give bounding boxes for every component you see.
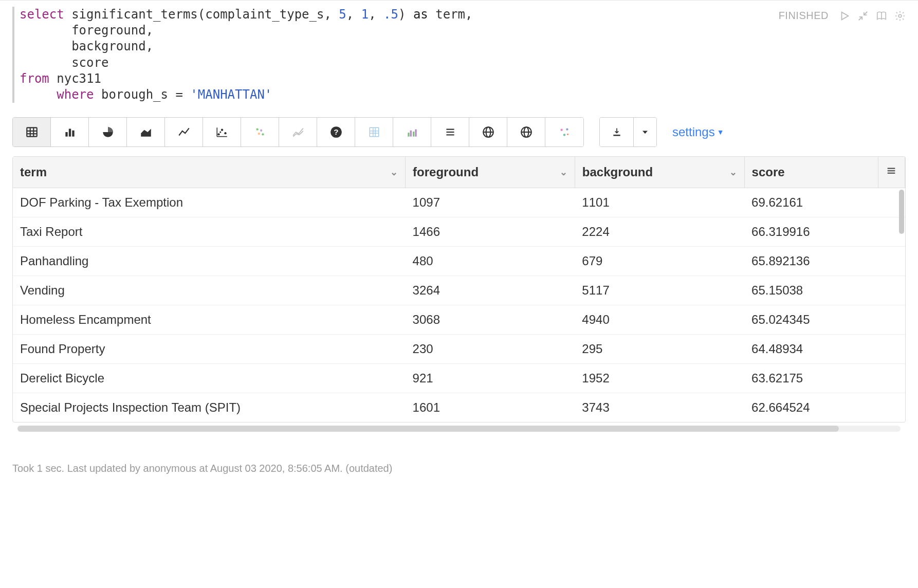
cell-term: Special Projects Inspection Team (SPIT) — [13, 393, 406, 422]
col-header-foreground[interactable]: foreground ⌄ — [406, 157, 575, 188]
svg-point-17 — [260, 130, 262, 132]
vertical-scrollbar[interactable] — [899, 190, 904, 234]
settings-label: settings — [672, 125, 715, 139]
download-caret-button[interactable] — [634, 118, 656, 146]
footer-status: Took 1 sec. Last updated by anonymous at… — [12, 463, 906, 484]
table-row[interactable]: Derelict Bicycle921195263.62175 — [13, 364, 905, 393]
viz-stack-button[interactable] — [431, 118, 469, 146]
chevron-down-icon[interactable]: ⌄ — [390, 167, 398, 178]
notebook-cell: select significant_terms(complaint_type_… — [0, 0, 918, 490]
run-button[interactable] — [839, 10, 850, 22]
cell-term: Homeless Encampment — [13, 305, 406, 335]
keyword-from: from — [20, 71, 49, 86]
cell-header: select significant_terms(complaint_type_… — [12, 7, 906, 103]
horizontal-scrollbar[interactable] — [17, 426, 901, 432]
col-header-term[interactable]: term ⌄ — [13, 157, 406, 188]
svg-rect-22 — [370, 127, 378, 136]
svg-point-13 — [219, 132, 221, 133]
chevron-down-icon[interactable]: ⌄ — [560, 167, 567, 178]
col-label-background: background — [582, 165, 653, 179]
arg-num-3: .5 — [383, 7, 398, 22]
download-button[interactable] — [600, 118, 634, 146]
viz-table-button[interactable] — [13, 118, 51, 146]
col-label-term: term — [20, 165, 47, 179]
cell-foreground: 1601 — [406, 393, 575, 422]
svg-rect-48 — [888, 173, 895, 174]
viz-area-button[interactable] — [127, 118, 165, 146]
table-menu-button[interactable] — [878, 157, 905, 188]
cell-foreground: 230 — [406, 335, 575, 364]
table-name: nyc311 — [57, 71, 101, 86]
svg-rect-46 — [888, 168, 895, 169]
viz-heatmap-button[interactable] — [241, 118, 279, 146]
table-row[interactable]: Panhandling48067965.892136 — [13, 247, 905, 276]
keyword-as: as — [413, 7, 428, 22]
cell-background: 295 — [575, 335, 744, 364]
viz-help-button[interactable]: ? — [317, 118, 355, 146]
table-row[interactable]: Taxi Report1466222466.319916 — [13, 217, 905, 247]
col-header-background[interactable]: background ⌄ — [575, 157, 744, 188]
viz-line-button[interactable] — [165, 118, 203, 146]
chevron-down-icon[interactable]: ⌄ — [729, 167, 737, 178]
download-group — [599, 117, 657, 147]
svg-point-1 — [898, 14, 902, 17]
viz-trend-button[interactable] — [279, 118, 317, 146]
cell-score: 66.319916 — [744, 217, 905, 247]
svg-point-11 — [221, 129, 223, 131]
viz-globe2-button[interactable] — [507, 118, 545, 146]
cell-term: Taxi Report — [13, 217, 406, 247]
svg-rect-30 — [415, 130, 416, 137]
where-value: 'MANHATTAN' — [190, 87, 272, 102]
gear-icon[interactable] — [894, 10, 906, 22]
table-row[interactable]: Homeless Encampment3068494065.024345 — [13, 305, 905, 335]
cell-background: 5117 — [575, 276, 744, 305]
function-name: significant_terms — [71, 7, 198, 22]
viz-scatter-button[interactable] — [203, 118, 241, 146]
cell-term: Found Property — [13, 335, 406, 364]
svg-rect-44 — [613, 135, 620, 136]
settings-link[interactable]: settings ▼ — [672, 125, 724, 139]
where-column: borough_s — [101, 87, 168, 102]
sql-code[interactable]: select significant_terms(complaint_type_… — [20, 7, 779, 103]
keyword-where: where — [57, 87, 94, 102]
table-row[interactable]: DOF Parking - Tax Exemption1097110169.62… — [13, 188, 905, 217]
viz-multibar-button[interactable] — [393, 118, 431, 146]
viz-grid-button[interactable] — [355, 118, 393, 146]
svg-rect-28 — [410, 131, 411, 137]
table-row[interactable]: Special Projects Inspection Team (SPIT)1… — [13, 393, 905, 422]
table-row[interactable]: Found Property23029564.48934 — [13, 335, 905, 364]
svg-rect-27 — [408, 133, 409, 137]
alias: term — [435, 7, 465, 22]
svg-point-19 — [262, 133, 264, 135]
table-row[interactable]: Vending3264511765.15038 — [13, 276, 905, 305]
cell-term: Panhandling — [13, 247, 406, 276]
cell-background: 4940 — [575, 305, 744, 335]
svg-point-40 — [560, 129, 562, 131]
cell-foreground: 1466 — [406, 217, 575, 247]
viz-globe-button[interactable] — [469, 118, 507, 146]
sql-editor[interactable]: select significant_terms(complaint_type_… — [12, 7, 779, 103]
svg-point-42 — [563, 134, 565, 136]
collapse-icon[interactable] — [857, 10, 869, 22]
cell-background: 679 — [575, 247, 744, 276]
horizontal-scrollbar-thumb[interactable] — [17, 426, 839, 432]
cell-foreground: 921 — [406, 364, 575, 393]
svg-marker-0 — [842, 12, 849, 20]
viz-bar-button[interactable] — [51, 118, 89, 146]
book-icon[interactable] — [876, 10, 887, 22]
cell-score: 65.024345 — [744, 305, 905, 335]
svg-rect-29 — [413, 132, 414, 137]
result-table: term ⌄ foreground ⌄ background ⌄ score — [12, 156, 906, 422]
eq-op: = — [175, 87, 182, 102]
viz-pie-button[interactable] — [89, 118, 127, 146]
cell-score: 63.62175 — [744, 364, 905, 393]
viz-toolbar: ? — [12, 117, 584, 147]
cell-background: 1101 — [575, 188, 744, 217]
cell-score: 65.15038 — [744, 276, 905, 305]
svg-text:?: ? — [334, 128, 338, 137]
viz-network-button[interactable] — [545, 118, 583, 146]
col-header-score[interactable]: score — [744, 157, 878, 188]
col-label-score: score — [752, 165, 785, 179]
table-header-row: term ⌄ foreground ⌄ background ⌄ score — [13, 157, 905, 188]
svg-point-41 — [566, 128, 568, 131]
